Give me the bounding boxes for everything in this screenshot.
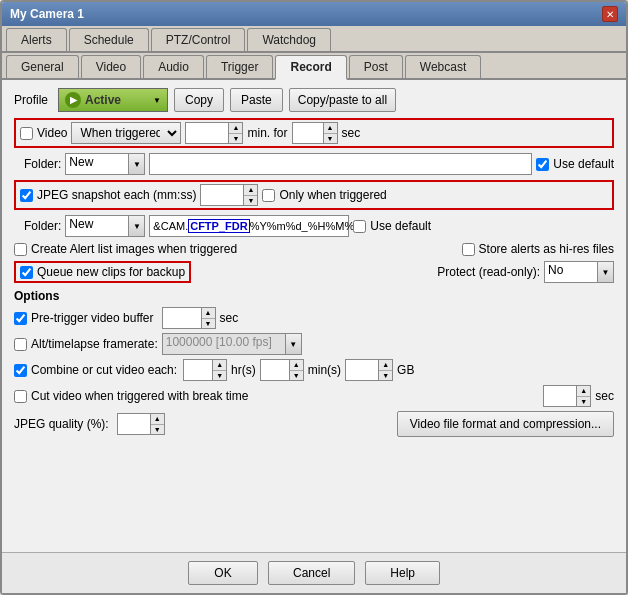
gb-up[interactable]: ▲: [379, 360, 392, 371]
hr-unit: hr(s): [231, 363, 256, 377]
gb-spinner: 4.0 ▲ ▼: [345, 359, 393, 381]
close-button[interactable]: ✕: [602, 6, 618, 22]
min-down[interactable]: ▼: [290, 371, 303, 381]
folder2-arrow-icon[interactable]: ▼: [128, 216, 144, 236]
use-default1-checkbox[interactable]: [536, 158, 549, 171]
folder1-dropdown[interactable]: New ▼: [65, 153, 145, 175]
only-triggered-checkbox[interactable]: [262, 189, 275, 202]
options-label: Options: [14, 289, 614, 303]
paste-button[interactable]: Paste: [230, 88, 283, 112]
tab-watchdog[interactable]: Watchdog: [247, 28, 331, 51]
quality-down[interactable]: ▼: [151, 425, 164, 435]
hr-down[interactable]: ▼: [213, 371, 226, 381]
use-default2-checkbox[interactable]: [353, 220, 366, 233]
main-window: My Camera 1 ✕ Alerts Schedule PTZ/Contro…: [0, 0, 628, 595]
gb-input[interactable]: 4.0: [345, 359, 379, 381]
folder1-arrow-icon[interactable]: ▼: [128, 154, 144, 174]
help-button[interactable]: Help: [365, 561, 440, 585]
pre-trigger-down[interactable]: ▼: [202, 319, 215, 329]
break-input[interactable]: 0: [543, 385, 577, 407]
copy-button[interactable]: Copy: [174, 88, 224, 112]
sec-spinner: 5.0 ▲ ▼: [292, 122, 338, 144]
hr-up[interactable]: ▲: [213, 360, 226, 371]
cut-break-checkbox[interactable]: [14, 390, 27, 403]
tab-record[interactable]: Record: [275, 55, 346, 80]
profile-dropdown[interactable]: ▶ Active ▼: [58, 88, 168, 112]
tab-trigger[interactable]: Trigger: [206, 55, 274, 78]
gb-down[interactable]: ▼: [379, 371, 392, 381]
profile-label: Profile: [14, 93, 48, 107]
sec-spin-arrows: ▲ ▼: [324, 122, 338, 144]
pre-trigger-input[interactable]: 0.0: [162, 307, 202, 329]
gb-spin-arrows: ▲ ▼: [379, 359, 393, 381]
hr-input[interactable]: 8: [183, 359, 213, 381]
timelapse-checkbox[interactable]: [14, 338, 27, 351]
quality-spin-arrows: ▲ ▼: [151, 413, 165, 435]
pre-trigger-up[interactable]: ▲: [202, 308, 215, 319]
jpeg-time-down[interactable]: ▼: [244, 196, 257, 206]
tab-ptz-control[interactable]: PTZ/Control: [151, 28, 246, 51]
cut-break-row: Cut video when triggered with break time…: [14, 385, 614, 407]
folder1-path[interactable]: &CAM.%Y%m%d_%H%M%S: [149, 153, 532, 175]
folder2-path-prefix: &CAM.: [153, 220, 188, 232]
folder2-dropdown[interactable]: New ▼: [65, 215, 145, 237]
tab-video[interactable]: Video: [81, 55, 141, 78]
jpeg-section: JPEG snapshot each (mm:ss) 0:06.0 ▲ ▼ On…: [14, 180, 614, 210]
only-triggered-label: Only when triggered: [279, 188, 386, 202]
queue-checkbox[interactable]: [20, 266, 33, 279]
min-up[interactable]: ▲: [290, 360, 303, 371]
video-section: Video When triggered 10:00 ▲ ▼ min. for …: [14, 118, 614, 148]
create-alert-section: Create Alert list images when triggered: [14, 242, 237, 256]
pre-trigger-unit: sec: [220, 311, 239, 325]
break-down[interactable]: ▼: [577, 397, 590, 407]
timelapse-arrow-icon[interactable]: ▼: [285, 334, 301, 354]
sec-input[interactable]: 5.0: [292, 122, 324, 144]
tab-schedule[interactable]: Schedule: [69, 28, 149, 51]
jpeg-time-input[interactable]: 0:06.0: [200, 184, 244, 206]
video-label: Video: [37, 126, 67, 140]
pre-trigger-label: Pre-trigger video buffer: [31, 311, 154, 325]
protect-arrow-icon[interactable]: ▼: [597, 262, 613, 282]
time-up-arrow[interactable]: ▲: [229, 123, 242, 134]
tab-webcast[interactable]: Webcast: [405, 55, 481, 78]
time-down-arrow[interactable]: ▼: [229, 134, 242, 144]
title-bar: My Camera 1 ✕: [2, 2, 626, 26]
trigger-dropdown[interactable]: When triggered: [71, 122, 181, 144]
video-checkbox[interactable]: [20, 127, 33, 140]
tab-alerts[interactable]: Alerts: [6, 28, 67, 51]
gb-unit: GB: [397, 363, 414, 377]
min-input[interactable]: 0: [260, 359, 290, 381]
sec-up-arrow[interactable]: ▲: [324, 123, 337, 134]
create-alert-checkbox[interactable]: [14, 243, 27, 256]
store-alerts-checkbox[interactable]: [462, 243, 475, 256]
window-title: My Camera 1: [10, 7, 84, 21]
profile-value: Active: [85, 93, 121, 107]
quality-up[interactable]: ▲: [151, 414, 164, 425]
quality-input[interactable]: 50: [117, 413, 151, 435]
combine-cut-checkbox[interactable]: [14, 364, 27, 377]
jpeg-quality-row: JPEG quality (%): 50 ▲ ▼ Video file form…: [14, 411, 614, 437]
content-area: Profile ▶ Active ▼ Copy Paste Copy/paste…: [2, 80, 626, 552]
timelapse-dropdown[interactable]: 1000000 [10.00 fps] ▼: [162, 333, 302, 355]
tab-audio[interactable]: Audio: [143, 55, 204, 78]
time-spinner: 10:00 ▲ ▼: [185, 122, 243, 144]
protect-dropdown[interactable]: No ▼: [544, 261, 614, 283]
chevron-down-icon: ▼: [153, 96, 161, 105]
sec-down-arrow[interactable]: ▼: [324, 134, 337, 144]
timelapse-label: Alt/timelapse framerate:: [31, 337, 158, 351]
jpeg-quality-label: JPEG quality (%):: [14, 417, 109, 431]
jpeg-checkbox[interactable]: [20, 189, 33, 202]
copy-paste-all-button[interactable]: Copy/paste to all: [289, 88, 396, 112]
time-input[interactable]: 10:00: [185, 122, 229, 144]
compression-button[interactable]: Video file format and compression...: [397, 411, 614, 437]
break-up[interactable]: ▲: [577, 386, 590, 397]
store-alerts-section: Store alerts as hi-res files: [462, 242, 614, 256]
folder1-label: Folder:: [24, 157, 61, 171]
jpeg-time-up[interactable]: ▲: [244, 185, 257, 196]
cancel-button[interactable]: Cancel: [268, 561, 355, 585]
tab-post[interactable]: Post: [349, 55, 403, 78]
jpeg-time-spin-arrows: ▲ ▼: [244, 184, 258, 206]
ok-button[interactable]: OK: [188, 561, 258, 585]
pre-trigger-checkbox[interactable]: [14, 312, 27, 325]
tab-general[interactable]: General: [6, 55, 79, 78]
